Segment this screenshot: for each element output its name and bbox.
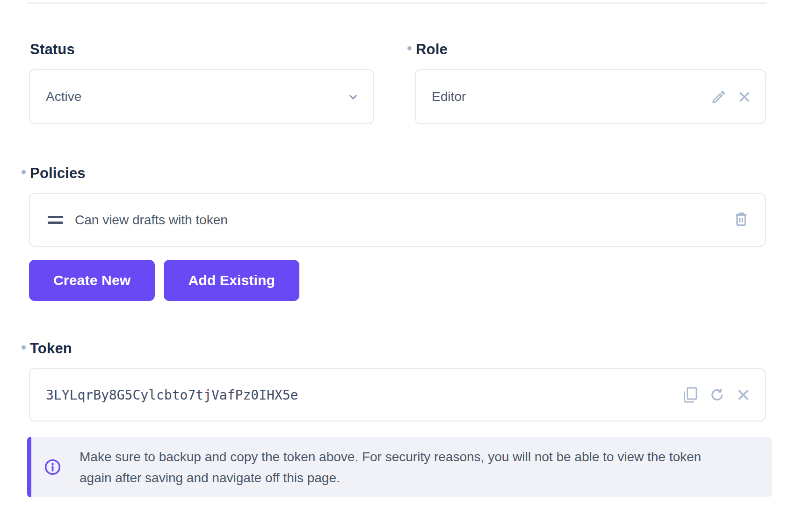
copy-token-button[interactable]: [682, 386, 699, 403]
role-field-group: Role Editor: [415, 40, 766, 124]
token-notice: Make sure to backup and copy the token a…: [27, 437, 772, 497]
role-value: Editor: [432, 89, 466, 104]
status-label: Status: [30, 40, 374, 59]
policy-item[interactable]: Can view drafts with token: [29, 193, 766, 247]
clear-token-button[interactable]: [735, 386, 752, 403]
section-divider: [27, 2, 767, 4]
status-value: Active: [46, 89, 81, 104]
token-section: Token 3LYLqrBy8G5Cylcbto7tjVafPz0IHX5e: [29, 339, 766, 497]
token-value: 3LYLqrBy8G5Cylcbto7tjVafPz0IHX5e: [46, 387, 298, 403]
status-select[interactable]: Active: [29, 69, 374, 124]
clear-role-button[interactable]: [736, 89, 753, 105]
close-icon: [736, 89, 753, 105]
trash-icon: [732, 211, 750, 229]
role-field: Editor: [415, 69, 766, 124]
copy-icon: [682, 386, 699, 403]
policy-title: Can view drafts with token: [75, 213, 228, 228]
drag-handle-icon[interactable]: [48, 216, 63, 224]
user-form: Status Active Role Editor: [29, 40, 766, 497]
close-icon: [735, 386, 752, 403]
role-label: Role: [416, 40, 766, 59]
policies-label: Policies: [30, 164, 766, 183]
notice-accent-bar: [27, 437, 31, 497]
policies-section: Policies Can view drafts with token Crea…: [29, 164, 766, 301]
edit-icon: [710, 89, 727, 105]
required-dot: [22, 345, 26, 350]
refresh-icon: [709, 386, 725, 403]
delete-policy-button[interactable]: [732, 211, 750, 229]
edit-role-button[interactable]: [710, 89, 727, 105]
info-icon: [43, 457, 63, 477]
chevron-down-icon: [345, 89, 361, 105]
status-field-group: Status Active: [29, 40, 374, 124]
token-field[interactable]: 3LYLqrBy8G5Cylcbto7tjVafPz0IHX5e: [29, 368, 766, 422]
required-dot: [407, 46, 412, 50]
token-label: Token: [30, 339, 766, 358]
notice-text: Make sure to backup and copy the token a…: [80, 446, 702, 488]
add-existing-button[interactable]: Add Existing: [164, 260, 299, 301]
create-new-button[interactable]: Create New: [29, 260, 155, 301]
required-dot: [22, 170, 26, 174]
regenerate-token-button[interactable]: [709, 386, 725, 403]
